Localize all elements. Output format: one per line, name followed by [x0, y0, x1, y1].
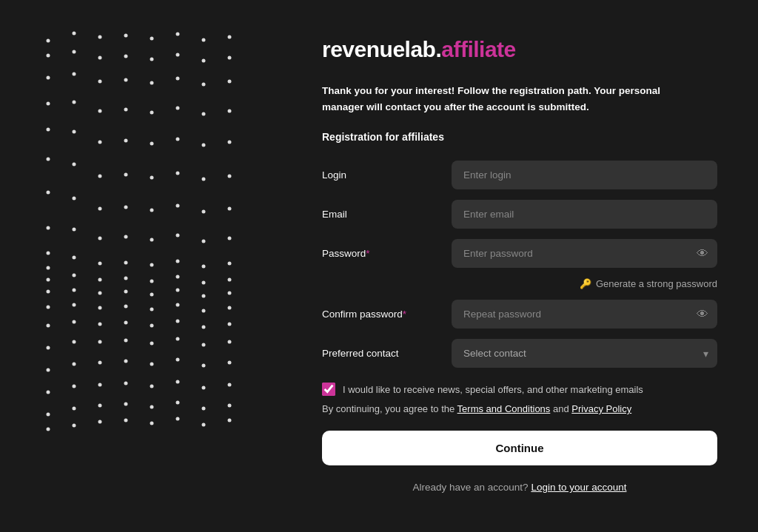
registration-title: Registration for affiliates — [322, 131, 717, 143]
svg-point-22 — [73, 130, 76, 134]
email-input[interactable] — [452, 200, 717, 229]
contact-row: Preferred contact Select contact Telegra… — [322, 339, 717, 368]
svg-point-61 — [124, 277, 128, 280]
svg-point-17 — [47, 391, 50, 394]
svg-point-143 — [176, 417, 180, 421]
login-input-wrap — [452, 161, 717, 189]
svg-point-94 — [176, 260, 180, 263]
svg-point-56 — [124, 139, 128, 143]
confirm-password-row: Confirm password* 👁 — [322, 300, 717, 329]
svg-point-41 — [98, 207, 102, 211]
svg-point-6 — [47, 158, 50, 161]
terms-link[interactable]: Terms and Conditions — [457, 403, 551, 414]
svg-point-20 — [73, 73, 76, 76]
svg-point-111 — [202, 265, 206, 269]
svg-point-84 — [150, 385, 154, 388]
svg-point-125 — [228, 175, 232, 178]
password-eye-icon[interactable]: 👁 — [697, 247, 708, 260]
svg-point-49 — [98, 361, 102, 365]
svg-point-105 — [202, 83, 206, 87]
svg-point-100 — [176, 358, 180, 362]
svg-point-16 — [47, 368, 50, 372]
decorative-panel — [0, 0, 281, 532]
svg-point-44 — [98, 278, 102, 282]
svg-point-90 — [176, 138, 180, 141]
generate-password-button[interactable]: 🔑 Generate a strong password — [580, 278, 717, 289]
svg-point-135 — [228, 383, 232, 387]
svg-point-26 — [73, 256, 76, 260]
svg-point-118 — [202, 386, 206, 390]
svg-point-99 — [176, 337, 180, 341]
confirm-password-input[interactable] — [452, 300, 717, 329]
terms-row: By continuing, you agree to the Terms an… — [322, 403, 717, 414]
continue-button[interactable]: Continue — [322, 431, 717, 465]
svg-point-12 — [47, 290, 50, 294]
svg-point-18 — [73, 32, 76, 36]
svg-point-98 — [176, 320, 180, 323]
contact-select[interactable]: Select contact Telegram Skype WhatsApp E… — [452, 339, 717, 368]
svg-point-63 — [124, 305, 128, 309]
svg-point-10 — [47, 266, 50, 270]
svg-point-86 — [176, 33, 180, 36]
svg-point-53 — [124, 55, 128, 58]
svg-point-72 — [150, 111, 154, 115]
svg-point-121 — [228, 56, 232, 60]
svg-point-24 — [73, 197, 76, 201]
svg-point-52 — [124, 34, 128, 38]
privacy-link[interactable]: Privacy Policy — [571, 403, 631, 414]
svg-point-117 — [202, 364, 206, 368]
svg-point-1 — [47, 39, 50, 43]
svg-point-78 — [150, 280, 154, 283]
svg-point-106 — [202, 112, 206, 116]
email-label: Email — [322, 209, 437, 220]
svg-point-28 — [73, 289, 76, 292]
svg-point-81 — [150, 324, 154, 328]
svg-point-59 — [124, 235, 128, 239]
marketing-checkbox[interactable] — [322, 383, 335, 396]
svg-point-112 — [202, 281, 206, 285]
svg-point-51 — [98, 404, 102, 408]
svg-point-29 — [73, 303, 76, 307]
svg-point-103 — [202, 38, 206, 42]
svg-point-55 — [124, 108, 128, 112]
svg-point-70 — [150, 58, 154, 61]
svg-point-35 — [98, 36, 102, 39]
svg-point-139 — [73, 424, 76, 428]
svg-point-48 — [98, 340, 102, 344]
svg-point-92 — [176, 204, 180, 208]
svg-point-45 — [98, 292, 102, 295]
svg-point-5 — [47, 128, 50, 132]
password-input[interactable] — [452, 239, 717, 268]
svg-point-85 — [150, 405, 154, 409]
svg-point-32 — [73, 363, 76, 366]
generate-row: 🔑 Generate a strong password — [322, 278, 717, 289]
svg-point-131 — [228, 306, 232, 310]
svg-point-79 — [150, 293, 154, 297]
login-input[interactable] — [452, 161, 717, 189]
svg-point-134 — [228, 361, 232, 365]
svg-point-102 — [176, 401, 180, 405]
svg-point-141 — [124, 419, 128, 422]
svg-point-11 — [47, 278, 50, 282]
svg-point-50 — [98, 383, 102, 387]
svg-point-110 — [202, 240, 206, 243]
login-link[interactable]: Login to your account — [531, 482, 626, 493]
svg-point-77 — [150, 263, 154, 267]
confirm-eye-icon[interactable]: 👁 — [697, 308, 708, 321]
svg-point-145 — [228, 419, 232, 422]
confirm-label: Confirm password* — [322, 309, 437, 320]
svg-point-144 — [202, 423, 206, 427]
svg-point-21 — [73, 101, 76, 104]
svg-point-97 — [176, 303, 180, 307]
email-row: Email — [322, 200, 717, 229]
svg-point-89 — [176, 107, 180, 110]
svg-point-104 — [202, 59, 206, 63]
svg-point-60 — [124, 261, 128, 265]
svg-point-27 — [73, 274, 76, 277]
svg-point-138 — [47, 428, 50, 431]
svg-point-38 — [98, 110, 102, 113]
svg-point-109 — [202, 210, 206, 214]
svg-point-88 — [176, 77, 180, 81]
confirm-input-wrap: 👁 — [452, 300, 717, 329]
svg-point-91 — [176, 172, 180, 175]
